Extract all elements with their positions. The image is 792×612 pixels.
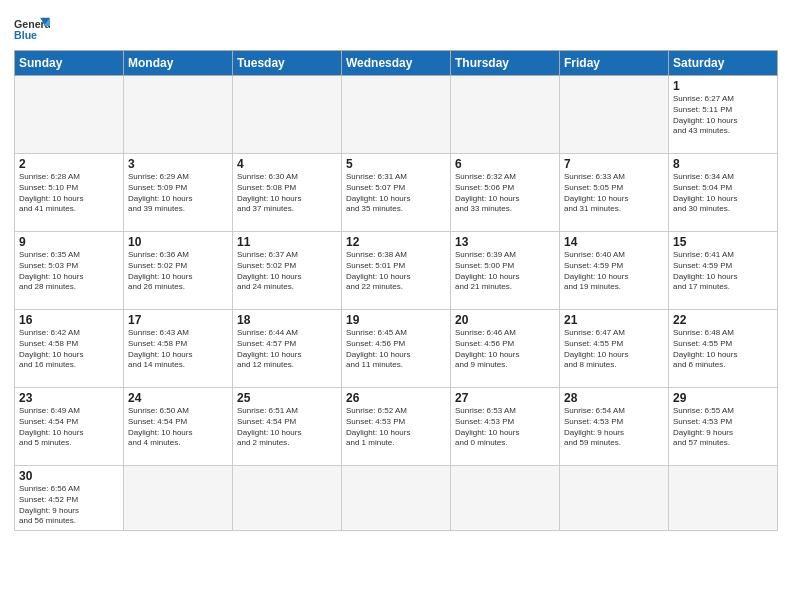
day-number: 15: [673, 235, 773, 249]
calendar-row-1: 2Sunrise: 6:28 AM Sunset: 5:10 PM Daylig…: [15, 154, 778, 232]
calendar-cell: 20Sunrise: 6:46 AM Sunset: 4:56 PM Dayli…: [451, 310, 560, 388]
calendar-cell: [342, 466, 451, 531]
calendar-cell: [451, 76, 560, 154]
day-number: 21: [564, 313, 664, 327]
day-info: Sunrise: 6:52 AM Sunset: 4:53 PM Dayligh…: [346, 406, 446, 449]
logo: General Blue: [14, 14, 50, 46]
day-info: Sunrise: 6:41 AM Sunset: 4:59 PM Dayligh…: [673, 250, 773, 293]
header: General Blue: [14, 10, 778, 46]
day-number: 29: [673, 391, 773, 405]
day-number: 5: [346, 157, 446, 171]
calendar-cell: 4Sunrise: 6:30 AM Sunset: 5:08 PM Daylig…: [233, 154, 342, 232]
calendar-cell: 15Sunrise: 6:41 AM Sunset: 4:59 PM Dayli…: [669, 232, 778, 310]
calendar-cell: 25Sunrise: 6:51 AM Sunset: 4:54 PM Dayli…: [233, 388, 342, 466]
day-number: 8: [673, 157, 773, 171]
day-number: 9: [19, 235, 119, 249]
calendar-cell: [124, 76, 233, 154]
calendar-cell: 3Sunrise: 6:29 AM Sunset: 5:09 PM Daylig…: [124, 154, 233, 232]
day-info: Sunrise: 6:32 AM Sunset: 5:06 PM Dayligh…: [455, 172, 555, 215]
day-info: Sunrise: 6:45 AM Sunset: 4:56 PM Dayligh…: [346, 328, 446, 371]
calendar-cell: [233, 76, 342, 154]
weekday-header-row: SundayMondayTuesdayWednesdayThursdayFrid…: [15, 51, 778, 76]
day-info: Sunrise: 6:54 AM Sunset: 4:53 PM Dayligh…: [564, 406, 664, 449]
calendar-cell: 26Sunrise: 6:52 AM Sunset: 4:53 PM Dayli…: [342, 388, 451, 466]
calendar-cell: [233, 466, 342, 531]
day-info: Sunrise: 6:49 AM Sunset: 4:54 PM Dayligh…: [19, 406, 119, 449]
calendar-cell: 22Sunrise: 6:48 AM Sunset: 4:55 PM Dayli…: [669, 310, 778, 388]
calendar-cell: 10Sunrise: 6:36 AM Sunset: 5:02 PM Dayli…: [124, 232, 233, 310]
day-number: 25: [237, 391, 337, 405]
day-number: 26: [346, 391, 446, 405]
calendar-cell: 13Sunrise: 6:39 AM Sunset: 5:00 PM Dayli…: [451, 232, 560, 310]
calendar-cell: [342, 76, 451, 154]
calendar-row-2: 9Sunrise: 6:35 AM Sunset: 5:03 PM Daylig…: [15, 232, 778, 310]
day-info: Sunrise: 6:44 AM Sunset: 4:57 PM Dayligh…: [237, 328, 337, 371]
calendar-cell: 11Sunrise: 6:37 AM Sunset: 5:02 PM Dayli…: [233, 232, 342, 310]
calendar-cell: 8Sunrise: 6:34 AM Sunset: 5:04 PM Daylig…: [669, 154, 778, 232]
calendar-cell: [124, 466, 233, 531]
day-info: Sunrise: 6:56 AM Sunset: 4:52 PM Dayligh…: [19, 484, 119, 527]
day-number: 23: [19, 391, 119, 405]
day-info: Sunrise: 6:51 AM Sunset: 4:54 PM Dayligh…: [237, 406, 337, 449]
calendar-cell: 28Sunrise: 6:54 AM Sunset: 4:53 PM Dayli…: [560, 388, 669, 466]
day-info: Sunrise: 6:29 AM Sunset: 5:09 PM Dayligh…: [128, 172, 228, 215]
weekday-header-wednesday: Wednesday: [342, 51, 451, 76]
calendar-table: SundayMondayTuesdayWednesdayThursdayFrid…: [14, 50, 778, 531]
weekday-header-saturday: Saturday: [669, 51, 778, 76]
weekday-header-thursday: Thursday: [451, 51, 560, 76]
calendar-row-3: 16Sunrise: 6:42 AM Sunset: 4:58 PM Dayli…: [15, 310, 778, 388]
day-info: Sunrise: 6:37 AM Sunset: 5:02 PM Dayligh…: [237, 250, 337, 293]
calendar-cell: 17Sunrise: 6:43 AM Sunset: 4:58 PM Dayli…: [124, 310, 233, 388]
day-info: Sunrise: 6:55 AM Sunset: 4:53 PM Dayligh…: [673, 406, 773, 449]
calendar-cell: 1Sunrise: 6:27 AM Sunset: 5:11 PM Daylig…: [669, 76, 778, 154]
day-number: 17: [128, 313, 228, 327]
day-number: 12: [346, 235, 446, 249]
calendar-cell: 14Sunrise: 6:40 AM Sunset: 4:59 PM Dayli…: [560, 232, 669, 310]
calendar-row-0: 1Sunrise: 6:27 AM Sunset: 5:11 PM Daylig…: [15, 76, 778, 154]
day-number: 24: [128, 391, 228, 405]
calendar-cell: 16Sunrise: 6:42 AM Sunset: 4:58 PM Dayli…: [15, 310, 124, 388]
weekday-header-monday: Monday: [124, 51, 233, 76]
day-info: Sunrise: 6:42 AM Sunset: 4:58 PM Dayligh…: [19, 328, 119, 371]
day-info: Sunrise: 6:31 AM Sunset: 5:07 PM Dayligh…: [346, 172, 446, 215]
day-info: Sunrise: 6:48 AM Sunset: 4:55 PM Dayligh…: [673, 328, 773, 371]
day-info: Sunrise: 6:40 AM Sunset: 4:59 PM Dayligh…: [564, 250, 664, 293]
day-number: 13: [455, 235, 555, 249]
day-info: Sunrise: 6:46 AM Sunset: 4:56 PM Dayligh…: [455, 328, 555, 371]
day-number: 6: [455, 157, 555, 171]
calendar-cell: 30Sunrise: 6:56 AM Sunset: 4:52 PM Dayli…: [15, 466, 124, 531]
calendar-cell: [15, 76, 124, 154]
calendar-cell: 9Sunrise: 6:35 AM Sunset: 5:03 PM Daylig…: [15, 232, 124, 310]
page: General Blue SundayMondayTuesdayWednesda…: [0, 0, 792, 612]
day-info: Sunrise: 6:36 AM Sunset: 5:02 PM Dayligh…: [128, 250, 228, 293]
day-number: 7: [564, 157, 664, 171]
calendar-cell: 23Sunrise: 6:49 AM Sunset: 4:54 PM Dayli…: [15, 388, 124, 466]
day-info: Sunrise: 6:39 AM Sunset: 5:00 PM Dayligh…: [455, 250, 555, 293]
day-number: 28: [564, 391, 664, 405]
day-number: 20: [455, 313, 555, 327]
calendar-cell: 24Sunrise: 6:50 AM Sunset: 4:54 PM Dayli…: [124, 388, 233, 466]
day-number: 10: [128, 235, 228, 249]
day-number: 3: [128, 157, 228, 171]
day-info: Sunrise: 6:28 AM Sunset: 5:10 PM Dayligh…: [19, 172, 119, 215]
day-number: 2: [19, 157, 119, 171]
calendar-cell: 18Sunrise: 6:44 AM Sunset: 4:57 PM Dayli…: [233, 310, 342, 388]
calendar-cell: 29Sunrise: 6:55 AM Sunset: 4:53 PM Dayli…: [669, 388, 778, 466]
day-number: 19: [346, 313, 446, 327]
weekday-header-friday: Friday: [560, 51, 669, 76]
day-info: Sunrise: 6:33 AM Sunset: 5:05 PM Dayligh…: [564, 172, 664, 215]
day-info: Sunrise: 6:47 AM Sunset: 4:55 PM Dayligh…: [564, 328, 664, 371]
generalblue-logo-icon: General Blue: [14, 14, 50, 46]
calendar-cell: 19Sunrise: 6:45 AM Sunset: 4:56 PM Dayli…: [342, 310, 451, 388]
day-number: 11: [237, 235, 337, 249]
calendar-cell: [451, 466, 560, 531]
day-number: 27: [455, 391, 555, 405]
day-number: 16: [19, 313, 119, 327]
calendar-cell: [669, 466, 778, 531]
day-info: Sunrise: 6:53 AM Sunset: 4:53 PM Dayligh…: [455, 406, 555, 449]
day-number: 14: [564, 235, 664, 249]
day-info: Sunrise: 6:50 AM Sunset: 4:54 PM Dayligh…: [128, 406, 228, 449]
calendar-cell: [560, 466, 669, 531]
day-number: 4: [237, 157, 337, 171]
day-number: 18: [237, 313, 337, 327]
